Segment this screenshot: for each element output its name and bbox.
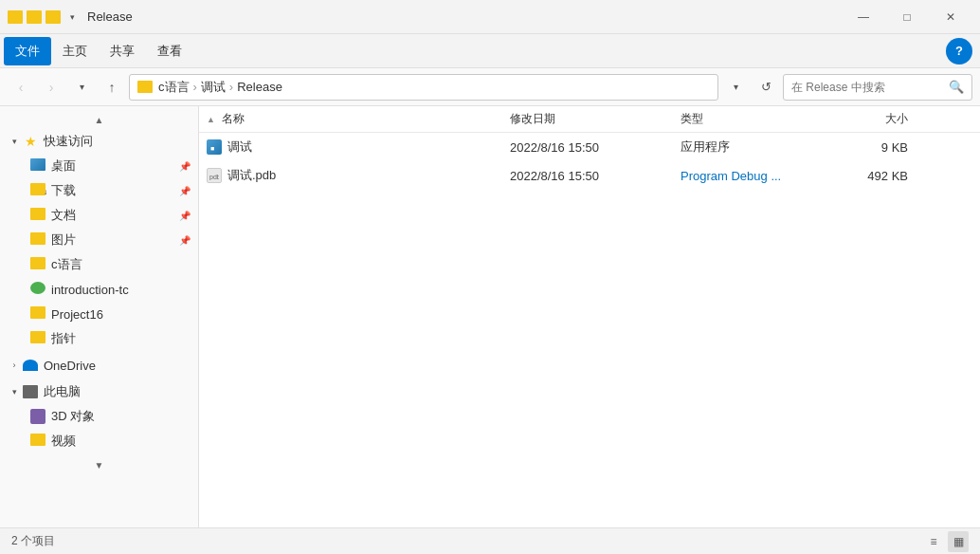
sidebar-item-introduction[interactable]: introduction-tc xyxy=(0,277,198,302)
file-name-1: ■ 调试 xyxy=(207,138,510,156)
sidebar-item-video[interactable]: 视频 xyxy=(0,429,198,453)
svg-text:pdb: pdb xyxy=(209,174,219,180)
sort-arrow-name: ▲ xyxy=(207,115,215,124)
path-sep-2: › xyxy=(229,80,233,94)
this-pc-label: 此电脑 xyxy=(44,383,81,400)
pointer-folder-icon xyxy=(30,331,45,346)
file-date-1: 2022/8/16 15:50 xyxy=(510,140,681,155)
expand-arrow-quick-access: ▾ xyxy=(8,135,21,148)
menu-bar: 文件 主页 共享 查看 ? xyxy=(0,34,980,68)
col-date-label: 修改日期 xyxy=(510,112,555,125)
sidebar-header-quick-access[interactable]: ▾ ★ 快速访问 xyxy=(0,129,198,154)
introduction-label: introduction-tc xyxy=(51,283,129,297)
sidebar-scroll-down[interactable]: ▼ xyxy=(0,455,198,474)
pin-documents: 📌 xyxy=(179,211,191,221)
status-view-controls: ≡ ▦ xyxy=(923,531,969,552)
path-part-1[interactable]: c语言 xyxy=(158,79,190,96)
col-header-type[interactable]: 类型 xyxy=(681,111,832,127)
path-folder-icon xyxy=(137,81,153,93)
menu-item-file[interactable]: 文件 xyxy=(4,37,51,65)
file-date-2: 2022/8/16 15:50 xyxy=(510,169,681,183)
menu-item-home[interactable]: 主页 xyxy=(51,37,99,65)
refresh-button[interactable]: ↺ xyxy=(753,74,779,101)
path-part-3[interactable]: Release xyxy=(237,80,282,94)
help-button[interactable]: ? xyxy=(946,38,972,65)
address-path[interactable]: c语言 › 调试 › Release xyxy=(129,74,718,101)
sidebar-section-this-pc: ▾ 此电脑 3D 对象 视频 xyxy=(0,379,198,453)
table-row[interactable]: ■ 调试 2022/8/16 15:50 应用程序 9 KB xyxy=(199,133,980,161)
table-row[interactable]: pdb 调试.pdb 2022/8/16 15:50 Program Debug… xyxy=(199,161,980,190)
sidebar-item-clang[interactable]: c语言 xyxy=(0,252,198,277)
address-bar: ‹ › ▾ ↑ c语言 › 调试 › Release ▾ ↺ 🔍 xyxy=(0,68,980,106)
up-button[interactable]: ↑ xyxy=(99,74,125,101)
pointer-label: 指针 xyxy=(51,330,76,347)
quick-access-label: 快速访问 xyxy=(44,133,93,150)
sidebar-item-documents[interactable]: 文档 📌 xyxy=(0,203,198,228)
search-icon: 🔍 xyxy=(949,80,964,94)
desktop-folder-icon xyxy=(30,158,45,174)
folder-icon-3 xyxy=(45,9,61,25)
3d-objects-icon xyxy=(30,409,45,424)
search-input[interactable] xyxy=(791,81,945,94)
col-header-size[interactable]: 大小 xyxy=(832,111,908,127)
search-box[interactable]: 🔍 xyxy=(783,74,972,101)
sidebar-header-onedrive[interactable]: › OneDrive xyxy=(0,353,198,378)
status-bar: 2 个项目 ≡ ▦ xyxy=(0,527,980,554)
recent-locations-button[interactable]: ▾ xyxy=(68,74,95,101)
sidebar: ▲ ▾ ★ 快速访问 桌面 📌 ↓ xyxy=(0,106,199,527)
back-button[interactable]: ‹ xyxy=(8,74,34,101)
pin-downloads: 📌 xyxy=(179,186,191,196)
window-controls: — □ ✕ xyxy=(842,0,972,34)
list-view-button[interactable]: ≡ xyxy=(923,531,944,552)
col-header-date[interactable]: 修改日期 xyxy=(510,111,681,127)
main-layout: ▲ ▾ ★ 快速访问 桌面 📌 ↓ xyxy=(0,106,980,527)
onedrive-label: OneDrive xyxy=(44,359,96,373)
title-bar-icons: ▾ xyxy=(8,9,80,25)
project16-label: Project16 xyxy=(51,307,103,322)
3d-objects-label: 3D 对象 xyxy=(51,408,95,425)
computer-icon xyxy=(23,384,38,399)
close-button[interactable]: ✕ xyxy=(929,0,972,34)
sidebar-header-this-pc[interactable]: ▾ 此电脑 xyxy=(0,379,198,404)
path-dropdown-button[interactable]: ▾ xyxy=(722,74,749,101)
col-header-name[interactable]: ▲ 名称 xyxy=(207,111,510,127)
forward-button[interactable]: › xyxy=(38,74,64,101)
pin-pictures: 📌 xyxy=(179,235,191,246)
clang-folder-icon xyxy=(30,257,45,272)
pictures-label: 图片 xyxy=(51,231,76,249)
star-icon: ★ xyxy=(23,134,38,149)
sidebar-section-onedrive: › OneDrive xyxy=(0,353,198,378)
sidebar-item-downloads[interactable]: ↓ 下载 📌 xyxy=(0,178,198,203)
file-label-1: 调试 xyxy=(227,138,252,156)
sidebar-item-pointer[interactable]: 指针 xyxy=(0,326,198,351)
sidebar-scroll-up[interactable]: ▲ xyxy=(0,110,198,129)
clang-label: c语言 xyxy=(51,256,82,273)
col-name-label: 名称 xyxy=(222,112,245,125)
download-folder-icon: ↓ xyxy=(30,183,45,198)
path-part-2[interactable]: 调试 xyxy=(201,79,226,96)
svg-text:■: ■ xyxy=(210,145,214,152)
project16-folder-icon xyxy=(30,306,45,322)
col-type-label: 类型 xyxy=(681,112,703,125)
sidebar-section-quick-access: ▾ ★ 快速访问 桌面 📌 ↓ 下载 📌 xyxy=(0,129,198,351)
sidebar-item-pictures[interactable]: 图片 📌 xyxy=(0,228,198,252)
menu-item-share[interactable]: 共享 xyxy=(99,37,146,65)
sidebar-item-3d-objects[interactable]: 3D 对象 xyxy=(0,404,198,429)
file-type-1: 应用程序 xyxy=(681,138,832,156)
desktop-label: 桌面 xyxy=(51,157,76,175)
minimize-button[interactable]: — xyxy=(842,0,885,34)
pdb-icon: pdb xyxy=(207,168,222,183)
dropdown-icon[interactable]: ▾ xyxy=(64,9,80,25)
detail-view-button[interactable]: ▦ xyxy=(948,531,969,552)
file-list: ▲ 名称 修改日期 类型 大小 ■ 调试 2022/8/16 15:50 应用程… xyxy=(199,106,980,527)
menu-item-view[interactable]: 查看 xyxy=(146,37,193,65)
sidebar-item-project16[interactable]: Project16 xyxy=(0,302,198,326)
window-title: Release xyxy=(87,9,842,24)
file-label-2: 调试.pdb xyxy=(227,167,276,184)
maximize-button[interactable]: □ xyxy=(885,0,929,34)
sidebar-item-desktop[interactable]: 桌面 📌 xyxy=(0,154,198,178)
pic-folder-icon xyxy=(30,232,45,248)
video-label: 视频 xyxy=(51,433,76,450)
file-list-header: ▲ 名称 修改日期 类型 大小 xyxy=(199,106,980,133)
item-count: 2 个项目 xyxy=(11,533,55,549)
